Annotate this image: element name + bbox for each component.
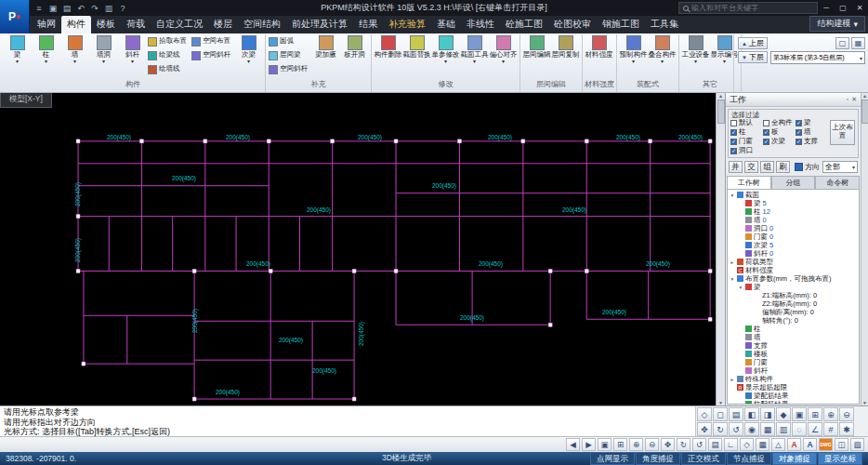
ribbon-button[interactable]: 构件删除 bbox=[374, 34, 402, 77]
ribbon-button[interactable]: 空间布置 bbox=[191, 34, 234, 48]
ribbon-button[interactable]: 绘墙线 bbox=[147, 62, 191, 76]
ribbon-tab[interactable]: 补充验算 bbox=[383, 16, 431, 33]
filter-checkbox[interactable]: 墙 bbox=[796, 127, 828, 137]
tree-node[interactable]: 楼板 bbox=[728, 350, 859, 358]
ribbon-tab[interactable]: 前处理及计算 bbox=[286, 16, 353, 33]
last-placement-button[interactable]: 上次布置 bbox=[830, 120, 855, 145]
tree-node[interactable]: 墙 bbox=[728, 333, 859, 341]
tree-node[interactable]: 梁配筋结果 bbox=[728, 392, 859, 400]
zoom-window-icon[interactable]: ⊞ bbox=[808, 407, 822, 421]
ribbon-tab[interactable]: 荷载 bbox=[121, 16, 151, 33]
maximize-button[interactable]: ▢ bbox=[835, 2, 851, 14]
ribbon-tab[interactable]: 结果 bbox=[353, 16, 383, 33]
status-toggle-button[interactable]: 显示坐标 bbox=[818, 452, 862, 465]
hide-line-icon[interactable]: ▥ bbox=[776, 422, 791, 436]
tree-node[interactable]: 洞口 0 bbox=[728, 224, 859, 232]
command-console[interactable]: 请用光标点取参考梁请用光标指出对齐边方向光标方式: 选择目标([Tab]转换方式… bbox=[0, 406, 695, 436]
canvas-scrollbar[interactable]: ▲ ▼ bbox=[716, 93, 725, 405]
tree-node[interactable]: 柱配筋结果 bbox=[728, 400, 859, 405]
tree-node[interactable]: 墙 0 bbox=[728, 216, 859, 224]
node-display-icon[interactable]: ◌ bbox=[792, 422, 807, 436]
ribbon-button[interactable]: 墙 bbox=[60, 34, 89, 77]
ribbon-button[interactable]: 单参修改 bbox=[431, 34, 460, 77]
scroll-up-icon[interactable]: ▲ bbox=[862, 93, 867, 99]
status-toggle-button[interactable]: 点网显示 bbox=[590, 452, 635, 465]
floor-selector[interactable]: 第3标准层 (第3-5自然层) ▾ bbox=[770, 51, 865, 64]
ribbon-button[interactable]: 截面替换 bbox=[402, 34, 431, 77]
view-tab[interactable]: 模型[X-Y] bbox=[0, 93, 52, 108]
app-menu-icon[interactable]: ≡ bbox=[33, 3, 45, 14]
grid-icon[interactable]: # bbox=[823, 422, 838, 436]
ribbon-button[interactable]: 梁 bbox=[3, 34, 32, 77]
status-toggle-button[interactable]: 节点捕捉 bbox=[727, 452, 771, 465]
right-view-icon[interactable]: ◨ bbox=[760, 407, 775, 421]
zoom-window-icon[interactable]: ⊞ bbox=[613, 438, 627, 451]
ribbon-button[interactable]: 偏心对齐 bbox=[489, 34, 518, 77]
prev-view-icon[interactable]: ↺ bbox=[692, 438, 706, 451]
floor-up-button[interactable]: ▲上层 bbox=[738, 37, 768, 49]
ribbon-tab[interactable]: 砼图校审 bbox=[548, 16, 597, 33]
close-icon[interactable]: ✕ bbox=[851, 96, 857, 103]
tree-node[interactable]: R 显示超筋超限 bbox=[728, 383, 859, 392]
axis-icon[interactable]: ∠ bbox=[808, 422, 822, 436]
save-icon[interactable]: ▣ bbox=[47, 3, 59, 14]
zoom-out-icon[interactable]: ⊖ bbox=[645, 438, 659, 451]
panel-tab[interactable]: 工作树 bbox=[727, 176, 771, 189]
app-logo[interactable]: P bbox=[0, 0, 30, 33]
ribbon-button[interactable]: 绘梁线 bbox=[147, 48, 191, 62]
wireframe-icon[interactable]: ▦ bbox=[760, 422, 775, 436]
tree-node[interactable]: ▾ 布置参数(mm，可拖拽布置) bbox=[728, 274, 859, 283]
ribbon-tab[interactable]: 构件 bbox=[61, 16, 91, 33]
pan-icon[interactable]: ✥ bbox=[661, 438, 675, 451]
ribbon-tab[interactable]: 楼板 bbox=[91, 16, 121, 33]
filter-action-button[interactable]: 交 bbox=[744, 161, 758, 173]
pan-icon[interactable]: ✥ bbox=[697, 422, 712, 436]
ribbon-button[interactable]: 层间编辑 bbox=[522, 34, 551, 77]
text-bigger-icon[interactable]: A bbox=[787, 438, 801, 451]
osnap-icon[interactable]: ◇ bbox=[740, 438, 754, 451]
image-save-icon[interactable]: ▧ bbox=[850, 438, 864, 451]
pin-icon[interactable]: ▫ bbox=[847, 96, 848, 103]
help-icon[interactable]: ? bbox=[117, 3, 128, 14]
filter-checkbox[interactable]: 梁 bbox=[796, 118, 828, 127]
ribbon-button[interactable]: 柱 bbox=[32, 34, 60, 77]
tree-expand-icon[interactable]: ▾ bbox=[738, 285, 743, 290]
ribbon-button[interactable]: 拾取布置 bbox=[147, 34, 191, 48]
drawing-canvas[interactable]: 模型[X-Y] bbox=[0, 93, 716, 405]
layer-icon[interactable]: ▤ bbox=[708, 438, 722, 451]
measure-icon[interactable]: △ bbox=[771, 438, 785, 451]
direction-color-chip[interactable] bbox=[795, 163, 803, 171]
zoom-fit-icon[interactable]: ▣ bbox=[598, 438, 612, 451]
rotate-view-icon[interactable]: ↻ bbox=[713, 422, 728, 436]
ribbon-button[interactable]: 斜杆 bbox=[118, 34, 147, 77]
status-toggle-button[interactable]: 角度捕捉 bbox=[636, 452, 680, 465]
tree-expand-icon[interactable]: ▸ bbox=[730, 259, 735, 265]
capture-icon[interactable]: ◫ bbox=[835, 438, 848, 451]
status-toggle-button[interactable]: 正交模式 bbox=[681, 452, 726, 465]
grid-icon[interactable]: ▦ bbox=[756, 438, 769, 451]
single-floor-icon[interactable]: ▢ bbox=[835, 37, 849, 49]
ribbon-button[interactable]: 梁加腋 bbox=[311, 34, 340, 77]
ribbon-button[interactable]: 材料强度 bbox=[585, 34, 613, 77]
shade-mode-icon[interactable]: ◉ bbox=[744, 422, 759, 436]
tree-expand-icon[interactable]: ▸ bbox=[730, 377, 735, 382]
panel-scrollbar[interactable]: ▲ ▼ bbox=[861, 93, 868, 405]
ribbon-button[interactable]: 层间复制 bbox=[551, 34, 580, 77]
iso-view-icon[interactable]: ◇ bbox=[697, 407, 712, 421]
scrollbar-thumb[interactable] bbox=[717, 100, 725, 124]
tree-node[interactable]: 门窗 bbox=[728, 358, 859, 366]
ribbon-button[interactable]: 次梁 bbox=[234, 34, 263, 77]
filter-checkbox[interactable]: 板 bbox=[763, 127, 796, 137]
whole-building-icon[interactable]: ▦ bbox=[851, 37, 865, 49]
zoom-in-icon[interactable]: ⊕ bbox=[823, 407, 838, 421]
prev-view-icon[interactable]: ↺ bbox=[729, 422, 743, 436]
top-view-icon[interactable]: ▤ bbox=[729, 407, 743, 421]
ribbon-button[interactable]: 空间斜杆 bbox=[268, 62, 311, 76]
display-settings-icon[interactable]: ✱ bbox=[839, 422, 854, 436]
status-toggle-button[interactable]: 对象捕捉 bbox=[772, 452, 817, 465]
ribbon-button[interactable]: 叠合构件 bbox=[648, 34, 677, 77]
filter-checkbox[interactable]: 门窗 bbox=[730, 137, 763, 146]
ribbon-tab[interactable]: 钢施工图 bbox=[597, 16, 645, 33]
dwg-export-icon[interactable]: DWG bbox=[819, 438, 833, 451]
tree-node[interactable]: 轴转角(°): 0 bbox=[728, 316, 859, 325]
